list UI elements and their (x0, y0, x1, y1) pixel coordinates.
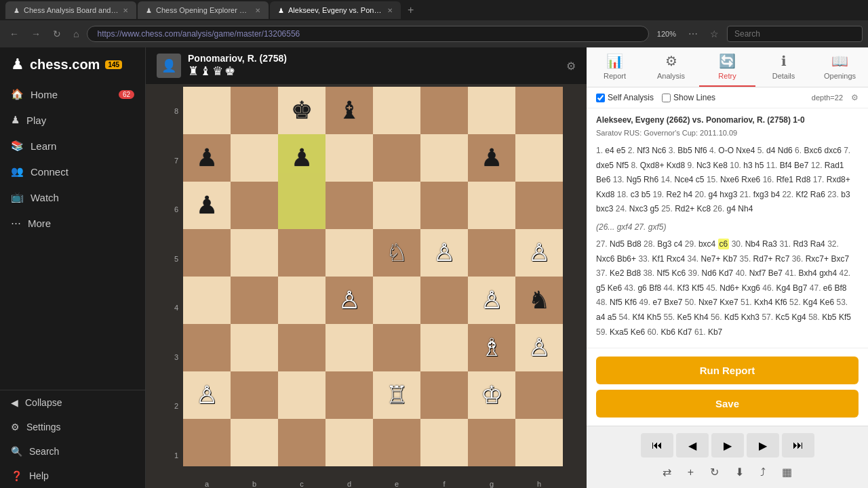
board-cell-h1[interactable] (515, 419, 563, 466)
move-nd5[interactable]: Nd5 (610, 239, 625, 249)
board-cell-e6[interactable] (373, 182, 420, 229)
board-cell-a6[interactable]: ♟ (183, 182, 231, 229)
move-rxd8[interactable]: Rxd8+ (827, 175, 850, 184)
move-nxc6[interactable]: Nxc6 (596, 254, 614, 264)
board-cell-c7[interactable]: ♟ (278, 134, 326, 182)
sidebar-item-more[interactable]: ⋯ More (0, 210, 145, 236)
move-kxd8[interactable]: Kxd8 (667, 161, 685, 170)
move-kf5[interactable]: Kf5 (839, 312, 851, 322)
move-kb6[interactable]: Kb6 (660, 327, 675, 337)
move-kf1[interactable]: Kf1 (652, 254, 664, 264)
move-ke5[interactable]: Ke5 (677, 312, 692, 322)
move-kxh4[interactable]: Kxh4 (754, 298, 772, 307)
sidebar-item-help[interactable]: ❓ Help (0, 464, 145, 488)
move-bf4[interactable]: Bf4 (780, 161, 792, 170)
home-button[interactable]: ⌂ (69, 26, 83, 42)
sidebar-item-play[interactable]: ♟ Play (0, 107, 145, 133)
move-nxe6[interactable]: Nxe6 (720, 175, 739, 184)
move-kd7[interactable]: Kd7 (719, 268, 733, 278)
prev-move-button[interactable]: ◀ (676, 433, 709, 458)
move-be6[interactable]: Be6 (596, 175, 610, 184)
board-cell-h5[interactable]: ♙ (515, 229, 563, 277)
move-rad1[interactable]: Rad1 (825, 161, 844, 170)
move-bxc7[interactable]: Bxc7 (831, 254, 849, 264)
board-cell-c6[interactable] (278, 182, 326, 229)
self-analysis-checkbox[interactable] (596, 94, 605, 102)
move-ng5[interactable]: Ng5 (627, 175, 642, 184)
move-kg4[interactable]: Kg4 (791, 312, 806, 322)
move-b5[interactable]: b5 (642, 190, 650, 199)
move-kf3[interactable]: Kf3 (677, 283, 690, 293)
move-nxc3[interactable]: Nxc3 (629, 204, 648, 214)
move-ke6[interactable]: Ke6 (631, 327, 645, 337)
board-cell-c8[interactable]: ♚ (278, 87, 326, 134)
flip-board-button[interactable]: ⇄ (657, 463, 677, 481)
move-bxc3[interactable]: bxc3 (596, 204, 613, 214)
move-kb7[interactable]: Kb7 (723, 254, 737, 264)
embed-button[interactable]: ▦ (776, 463, 797, 481)
board-cell-c4[interactable] (278, 277, 326, 324)
move-nb4[interactable]: Nb4 (745, 239, 760, 249)
move-c3[interactable]: c3 (631, 190, 639, 199)
board-cell-g1[interactable] (468, 419, 515, 466)
board-cell-h4[interactable]: ♞ (515, 277, 563, 324)
board-cell-a3[interactable] (183, 324, 231, 371)
move-rd8[interactable]: Rd8 (795, 175, 810, 184)
board-cell-e1[interactable] (373, 419, 420, 466)
move-dxc6[interactable]: dxc6 (824, 146, 841, 155)
panel-content[interactable]: Alekseev, Evgeny (2662) vs. Ponomariov, … (587, 108, 868, 348)
tab-openings[interactable]: 📖 Openings (812, 47, 868, 87)
board-cell-f8[interactable] (420, 87, 468, 134)
board-cell-f1[interactable] (420, 419, 468, 466)
move-rd7[interactable]: Rd7+ (753, 254, 773, 264)
move-kxe7[interactable]: Kxe7 (719, 298, 738, 307)
chess-board[interactable]: ♚♝♟♟♟♟♘♙♙♙♙♞♗♙♙♖♔ (183, 87, 563, 466)
move-ke6[interactable]: Ke6 (608, 283, 622, 293)
move-kd7[interactable]: Kd7 (677, 327, 692, 337)
board-cell-h3[interactable]: ♙ (515, 324, 563, 371)
move-g4[interactable]: g4 (709, 190, 717, 199)
board-cell-f3[interactable] (420, 324, 468, 371)
move-bg3[interactable]: Bg3 (657, 239, 671, 249)
board-cell-b4[interactable] (231, 277, 278, 324)
board-cell-e7[interactable] (373, 134, 420, 182)
board-cell-e5[interactable]: ♘ (373, 229, 420, 277)
board-cell-g5[interactable] (468, 229, 515, 277)
save-button[interactable]: Save (596, 390, 859, 418)
move-g5[interactable]: g5 (650, 204, 658, 214)
board-cell-b3[interactable] (231, 324, 278, 371)
move-rd2[interactable]: Rd2+ (675, 204, 694, 214)
play-button[interactable]: ▶ (711, 433, 744, 458)
board-cell-c5[interactable] (278, 229, 326, 277)
board-cell-h6[interactable] (515, 182, 563, 229)
sidebar-item-collapse[interactable]: ◀ Collapse (0, 390, 145, 415)
move-rxc7[interactable]: Rxc7+ (806, 254, 829, 264)
move-c6-highlight[interactable]: c6 (718, 239, 730, 249)
move-kf6[interactable]: Kf6 (775, 298, 787, 307)
reload-button[interactable]: ↻ (49, 26, 65, 42)
move-nf5[interactable]: Nf5 (616, 161, 629, 170)
move-kd5[interactable]: Kd5 (724, 312, 738, 322)
move-g6[interactable]: g6 (637, 283, 646, 293)
move-bf8[interactable]: Bf8 (649, 283, 661, 293)
move-oo[interactable]: O-O (718, 146, 734, 155)
move-qxd8[interactable]: Qxd8+ (640, 161, 665, 170)
board-cell-h7[interactable] (515, 134, 563, 182)
board-cell-g8[interactable] (468, 87, 515, 134)
bookmark-button[interactable]: ☆ (706, 26, 723, 42)
move-ke6[interactable]: Ke6 (820, 298, 834, 307)
move-a4[interactable]: a4 (596, 312, 605, 322)
board-cell-a1[interactable] (183, 419, 231, 466)
board-cell-d4[interactable]: ♙ (326, 277, 373, 324)
board-cell-e3[interactable] (373, 324, 420, 371)
move-bb6[interactable]: Bb6+ (617, 254, 636, 264)
board-cell-a4[interactable] (183, 277, 231, 324)
move-bg7[interactable]: Bg7 (793, 283, 807, 293)
board-cell-f5[interactable]: ♙ (420, 229, 468, 277)
move-dxe5[interactable]: dxe5 (596, 161, 614, 170)
board-cell-d6[interactable] (326, 182, 373, 229)
board-cell-a7[interactable]: ♟ (183, 134, 231, 182)
move-bxe7[interactable]: Bxe7 (664, 298, 682, 307)
move-g5[interactable]: g5 (596, 283, 605, 293)
move-e6[interactable]: e6 (823, 283, 832, 293)
